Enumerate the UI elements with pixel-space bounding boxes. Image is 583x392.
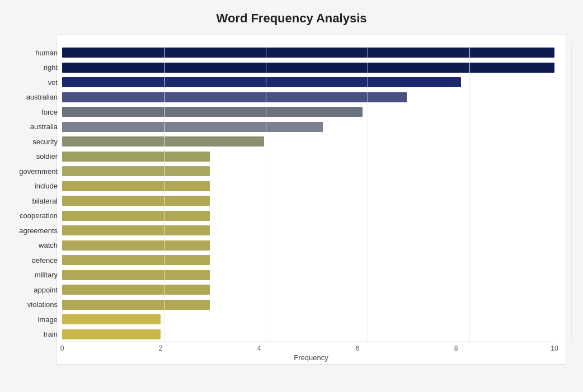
bar-track xyxy=(62,300,554,310)
bar-row: include xyxy=(62,179,554,194)
bar-row: right xyxy=(62,60,554,75)
bar-fill xyxy=(62,225,210,235)
bar-fill xyxy=(62,107,363,117)
bar-label: appoint xyxy=(7,286,58,294)
chart-title: Word Frequency Analysis xyxy=(17,11,566,26)
bar-track xyxy=(62,166,554,176)
bar-label: security xyxy=(7,138,58,146)
bar-fill xyxy=(62,270,210,280)
bar-label: soldier xyxy=(7,152,58,160)
bar-row: security xyxy=(62,134,554,149)
bar-fill xyxy=(62,152,210,162)
gridline xyxy=(368,45,368,342)
bar-fill xyxy=(62,77,461,87)
bar-fill xyxy=(62,285,210,295)
bar-row: soldier xyxy=(62,149,554,164)
gridline xyxy=(469,45,470,342)
bar-fill xyxy=(62,240,210,251)
bar-row: image xyxy=(62,312,554,327)
chart-area: humanrightvetaustralianforceaustraliasec… xyxy=(56,35,566,365)
chart-container: Word Frequency Analysis humanrightvetaus… xyxy=(0,0,583,392)
bar-track xyxy=(62,63,554,73)
bar-track xyxy=(62,92,554,102)
bar-track xyxy=(62,77,554,87)
bar-label: right xyxy=(7,63,58,72)
bar-row: train xyxy=(62,327,554,342)
bar-track xyxy=(62,329,554,339)
bar-label: australia xyxy=(7,122,58,131)
bar-label: include xyxy=(7,182,58,190)
x-tick: 0 xyxy=(60,344,64,352)
bar-fill xyxy=(62,211,210,221)
bar-fill xyxy=(62,48,554,58)
bar-row: watch xyxy=(62,238,554,253)
x-tick: 6 xyxy=(356,344,360,352)
gridline xyxy=(571,45,572,342)
bar-track xyxy=(62,122,554,132)
bar-track xyxy=(62,196,554,206)
bar-label: train xyxy=(7,330,58,338)
bar-fill xyxy=(62,166,210,176)
bar-label: bilateral xyxy=(7,197,58,205)
x-tick: 10 xyxy=(551,344,558,352)
bar-label: force xyxy=(7,108,58,116)
bar-fill xyxy=(62,329,161,339)
x-tick: 4 xyxy=(257,344,261,352)
bar-track xyxy=(62,211,554,221)
bar-fill xyxy=(62,255,210,265)
bar-row: appoint xyxy=(62,282,554,297)
bar-label: human xyxy=(7,49,58,57)
bar-track xyxy=(62,285,554,295)
x-tick: 8 xyxy=(454,344,458,352)
bar-fill xyxy=(62,181,210,191)
x-tick: 2 xyxy=(159,344,163,352)
bar-row: australia xyxy=(62,120,554,135)
bar-label: cooperation xyxy=(7,211,58,220)
bar-track xyxy=(62,152,554,162)
bar-track xyxy=(62,136,554,147)
bar-fill xyxy=(62,63,554,73)
bar-row: bilateral xyxy=(62,193,554,209)
bar-label: violations xyxy=(7,300,58,309)
bar-track xyxy=(62,270,554,280)
bar-track xyxy=(62,225,554,235)
bar-track xyxy=(62,314,554,324)
bars-wrapper: humanrightvetaustralianforceaustraliasec… xyxy=(62,41,554,342)
bar-label: vet xyxy=(7,78,58,87)
bar-row: government xyxy=(62,164,554,179)
bar-row: australian xyxy=(62,90,554,105)
bar-track xyxy=(62,255,554,265)
bar-row: cooperation xyxy=(62,209,554,224)
bar-track xyxy=(62,240,554,251)
x-axis-label: Frequency xyxy=(294,353,328,362)
bar-row: force xyxy=(62,105,554,120)
bar-label: agreements xyxy=(7,226,58,235)
bar-label: australian xyxy=(7,93,58,101)
bar-fill xyxy=(62,122,323,132)
bar-row: violations xyxy=(62,297,554,313)
bar-row: defence xyxy=(62,253,554,268)
bar-row: military xyxy=(62,268,554,283)
gridline xyxy=(164,45,164,342)
bar-label: government xyxy=(7,167,58,176)
bar-fill xyxy=(62,300,210,310)
bar-track xyxy=(62,107,554,117)
bar-fill xyxy=(62,196,210,206)
bar-track xyxy=(62,48,554,58)
bar-track xyxy=(62,181,554,191)
bar-label: defence xyxy=(7,256,58,265)
gridline xyxy=(266,45,266,342)
bar-label: watch xyxy=(7,241,58,249)
bar-row: agreements xyxy=(62,223,554,238)
bar-fill xyxy=(62,136,264,147)
bar-fill xyxy=(62,314,161,324)
bar-fill xyxy=(62,92,407,102)
bar-row: human xyxy=(62,45,554,60)
bar-label: military xyxy=(7,271,58,279)
bar-label: image xyxy=(7,315,58,324)
bar-row: vet xyxy=(62,75,554,90)
